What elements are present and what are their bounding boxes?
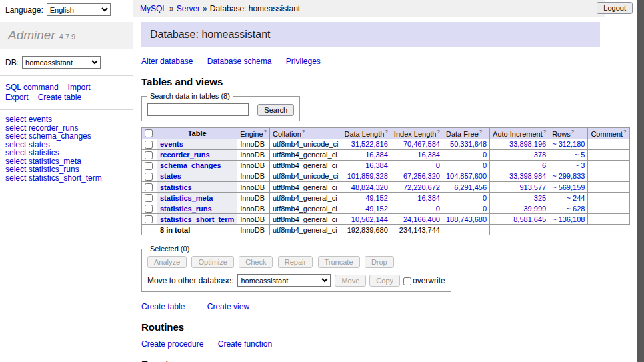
index-length-link[interactable]: 70,467,584 xyxy=(403,140,440,148)
language-select[interactable]: English xyxy=(47,3,111,16)
row-select-checkbox[interactable] xyxy=(145,205,153,213)
auto-increment-link[interactable]: 378 xyxy=(534,151,546,159)
auto-increment-link[interactable]: 33,398,984 xyxy=(509,172,546,180)
auto-increment-link[interactable]: 39,999 xyxy=(524,205,547,213)
auto-increment-link[interactable]: 325 xyxy=(534,194,546,202)
row-select-checkbox[interactable] xyxy=(145,173,153,181)
index-length-link[interactable]: 0 xyxy=(436,205,440,213)
data-length-link[interactable]: 101,859,328 xyxy=(347,172,388,180)
data-free-link[interactable]: 0 xyxy=(483,161,487,169)
privileges-link[interactable]: Privileges xyxy=(286,57,321,66)
data-length-link[interactable]: 48,824,320 xyxy=(351,183,388,191)
rows-link[interactable]: ~ 3 xyxy=(575,161,585,169)
auto-increment-link[interactable]: 8,581,645 xyxy=(513,215,546,223)
row-select-checkbox[interactable] xyxy=(145,215,153,223)
rows-link[interactable]: ~ 628 xyxy=(567,205,585,213)
table-name-link[interactable]: statistics xyxy=(160,183,192,191)
table-name-link[interactable]: statistics_runs xyxy=(160,205,212,213)
search-button[interactable]: Search xyxy=(257,104,294,116)
help-icon[interactable]: ? xyxy=(623,129,626,135)
row-select-checkbox[interactable] xyxy=(145,151,153,159)
export-link[interactable]: Export xyxy=(5,93,29,102)
copy-button[interactable]: Copy xyxy=(369,275,400,287)
row-select-checkbox[interactable] xyxy=(145,194,153,202)
optimize-button[interactable]: Optimize xyxy=(191,256,233,268)
data-length-link[interactable]: 31,522,816 xyxy=(351,140,388,148)
repair-button[interactable]: Repair xyxy=(278,256,313,268)
import-link[interactable]: Import xyxy=(68,83,91,92)
analyze-button[interactable]: Analyze xyxy=(147,256,187,268)
create-procedure-link[interactable]: Create procedure xyxy=(141,339,203,349)
data-length-link[interactable]: 49,152 xyxy=(365,194,388,202)
data-free-link[interactable]: 188,743,680 xyxy=(446,215,487,223)
create-table-link[interactable]: Create table xyxy=(38,93,81,102)
help-icon[interactable]: ? xyxy=(479,129,482,135)
auto-increment-link[interactable]: 913,577 xyxy=(519,183,546,191)
truncate-button[interactable]: Truncate xyxy=(318,256,360,268)
sidebar-table-link[interactable]: select statistics_runs xyxy=(5,165,128,174)
create-view-link[interactable]: Create view xyxy=(207,302,249,311)
breadcrumb-root-link[interactable]: MySQL xyxy=(140,4,167,13)
help-icon[interactable]: ? xyxy=(385,129,387,135)
auto-increment-link[interactable]: 33,898,196 xyxy=(509,140,546,148)
check-button[interactable]: Check xyxy=(239,256,273,268)
rows-link[interactable]: ~ 136,108 xyxy=(552,215,585,223)
index-length-link[interactable]: 72,220,672 xyxy=(403,183,440,191)
help-icon[interactable]: ? xyxy=(264,129,267,135)
move-button[interactable]: Move xyxy=(335,275,366,287)
drop-button[interactable]: Drop xyxy=(365,256,394,268)
sidebar-table-link[interactable]: select statistics xyxy=(5,149,128,157)
help-icon[interactable]: ? xyxy=(543,129,546,135)
data-free-link[interactable]: 0 xyxy=(483,194,487,202)
help-icon[interactable]: ? xyxy=(302,129,305,135)
data-free-link[interactable]: 104,857,600 xyxy=(446,172,487,180)
data-free-link[interactable]: 0 xyxy=(483,151,487,159)
breadcrumb-server-link[interactable]: Server xyxy=(177,4,200,13)
rows-link[interactable]: ~ 299,833 xyxy=(552,172,585,180)
adminer-logo-link[interactable]: Adminer xyxy=(8,28,55,42)
move-database-select[interactable]: homeassistant xyxy=(237,274,331,287)
data-length-link[interactable]: 49,152 xyxy=(365,205,388,213)
table-name-link[interactable]: schema_changes xyxy=(160,161,221,169)
index-length-link[interactable]: 24,166,400 xyxy=(403,215,440,223)
rows-link[interactable]: ~ 5 xyxy=(575,151,585,159)
sql-command-link[interactable]: SQL command xyxy=(5,83,59,92)
overwrite-checkbox[interactable] xyxy=(403,277,411,285)
row-select-checkbox[interactable] xyxy=(145,162,153,170)
index-length-link[interactable]: 16,384 xyxy=(417,151,440,159)
data-length-link[interactable]: 16,384 xyxy=(365,161,388,169)
rows-link[interactable]: ~ 312,180 xyxy=(552,140,585,148)
data-free-link[interactable]: 50,331,648 xyxy=(450,140,487,148)
alter-database-link[interactable]: Alter database xyxy=(141,57,193,66)
table-name-link[interactable]: statistics_short_term xyxy=(160,215,234,223)
row-select-checkbox[interactable] xyxy=(145,183,153,191)
data-free-link[interactable]: 6,291,456 xyxy=(454,183,487,191)
logout-button[interactable]: Logout xyxy=(597,2,633,14)
data-length-link[interactable]: 10,502,144 xyxy=(351,215,388,223)
create-function-link[interactable]: Create function xyxy=(218,339,272,349)
index-length-link[interactable]: 67,256,320 xyxy=(403,172,440,180)
data-free-link[interactable]: 0 xyxy=(483,205,487,213)
sidebar-table-link[interactable]: select schema_changes xyxy=(5,132,128,141)
vertical-scrollbar[interactable] xyxy=(637,0,644,362)
rows-link[interactable]: ~ 244 xyxy=(567,194,585,202)
create-table-link-main[interactable]: Create table xyxy=(141,302,185,311)
index-length-link[interactable]: 0 xyxy=(436,161,440,169)
table-name-link[interactable]: events xyxy=(160,140,183,148)
db-select[interactable]: homeassistant xyxy=(22,56,101,69)
database-schema-link[interactable]: Database schema xyxy=(207,57,272,66)
data-length-link[interactable]: 16,384 xyxy=(365,151,388,159)
sidebar-table-link[interactable]: select events xyxy=(5,115,128,124)
auto-increment-link[interactable]: 6 xyxy=(542,161,546,169)
row-select-checkbox[interactable] xyxy=(145,141,153,149)
sidebar-table-link[interactable]: select statistics_short_term xyxy=(5,174,128,183)
help-icon[interactable]: ? xyxy=(571,129,574,135)
table-name-link[interactable]: recorder_runs xyxy=(160,151,210,159)
rows-link[interactable]: ~ 569,159 xyxy=(552,183,585,191)
select-all-checkbox[interactable] xyxy=(145,129,153,137)
table-name-link[interactable]: statistics_meta xyxy=(160,194,213,202)
table-name-link[interactable]: states xyxy=(160,172,181,180)
index-length-link[interactable]: 16,384 xyxy=(417,194,440,202)
search-input[interactable] xyxy=(147,103,249,116)
help-icon[interactable]: ? xyxy=(437,129,439,135)
